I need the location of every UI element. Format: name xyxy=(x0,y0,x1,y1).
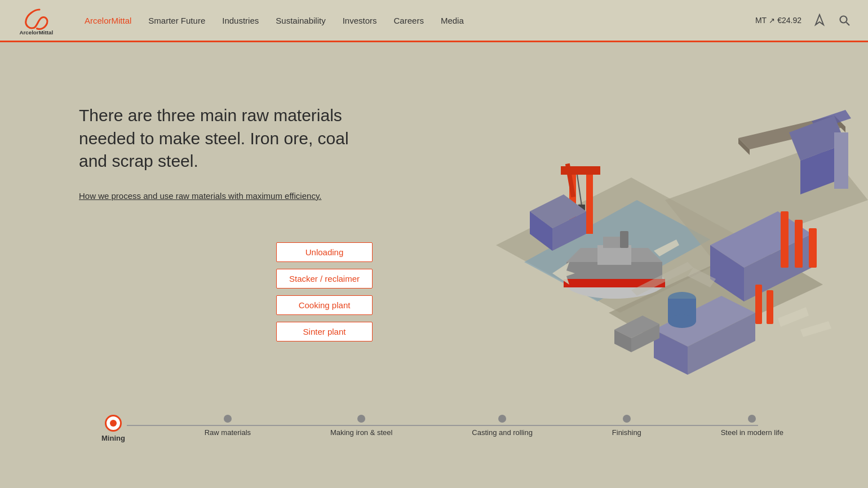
timeline-dot-mining xyxy=(105,415,122,432)
timeline-label-mining: Mining xyxy=(101,434,125,442)
text-section: There are three main raw materials neede… xyxy=(79,104,349,202)
timeline-dot-steel-modern-life xyxy=(748,415,756,423)
main-content: There are three main raw materials neede… xyxy=(0,42,868,488)
btn-stacker-reclaimer[interactable]: Stacker / reclaimer xyxy=(276,269,373,289)
timeline-dot-casting-rolling xyxy=(498,415,506,423)
timeline: Mining Raw materials Making iron & steel… xyxy=(101,415,783,460)
location-icon[interactable] xyxy=(813,14,826,27)
svg-rect-41 xyxy=(809,228,817,268)
stock-ticker: MT ↗ €24.92 xyxy=(755,16,801,25)
process-buttons: Unloading Stacker / reclaimer Cooking pl… xyxy=(276,242,373,341)
svg-rect-51 xyxy=(755,285,762,324)
timeline-item-mining[interactable]: Mining xyxy=(101,415,125,442)
svg-line-20 xyxy=(577,175,582,206)
stock-change-icon: ↗ xyxy=(769,16,775,25)
timeline-item-finishing[interactable]: Finishing xyxy=(612,415,641,442)
efficiency-link[interactable]: How we process and use raw materials wit… xyxy=(79,191,321,201)
timeline-label-steel-modern-life: Steel in modern life xyxy=(721,428,783,437)
timeline-dot-finishing xyxy=(623,415,631,423)
svg-marker-1 xyxy=(816,15,823,25)
nav-smarter-future[interactable]: Smarter Future xyxy=(148,16,205,25)
btn-cooking-plant[interactable]: Cooking plant xyxy=(276,295,373,315)
btn-unloading[interactable]: Unloading xyxy=(276,242,373,262)
svg-marker-34 xyxy=(778,307,809,327)
timeline-dot-raw-materials xyxy=(224,415,232,423)
illustration-area xyxy=(440,87,868,414)
timeline-item-steel-modern-life[interactable]: Steel in modern life xyxy=(721,415,783,442)
nav-careers[interactable]: Careers xyxy=(394,16,424,25)
main-nav: ArcelorMittal Smarter Future Industries … xyxy=(85,16,755,25)
brand-logo[interactable]: ArcelorMittal xyxy=(17,5,62,36)
nav-industries[interactable]: Industries xyxy=(222,16,259,25)
timeline-item-raw-materials[interactable]: Raw materials xyxy=(205,415,251,442)
timeline-item-casting-rolling[interactable]: Casting and rolling xyxy=(472,415,533,442)
stock-price: €24.92 xyxy=(777,16,801,25)
timeline-item-making-iron-steel[interactable]: Making iron & steel xyxy=(330,415,393,442)
timeline-label-making-iron-steel: Making iron & steel xyxy=(330,428,393,437)
nav-arcelormittal[interactable]: ArcelorMittal xyxy=(85,16,131,25)
site-header: ArcelorMittal ArcelorMittal Smarter Futu… xyxy=(0,0,868,42)
svg-rect-40 xyxy=(795,220,803,268)
svg-point-47 xyxy=(668,314,696,328)
timeline-label-casting-rolling: Casting and rolling xyxy=(472,428,533,437)
svg-point-2 xyxy=(840,16,847,23)
timeline-label-finishing: Finishing xyxy=(612,428,641,437)
svg-rect-15 xyxy=(834,132,848,189)
svg-rect-31 xyxy=(620,231,628,248)
nav-sustainability[interactable]: Sustainability xyxy=(276,16,325,25)
btn-sinter-plant[interactable]: Sinter plant xyxy=(276,322,373,341)
main-heading: There are three main raw materials neede… xyxy=(79,104,349,173)
svg-rect-52 xyxy=(767,290,773,324)
nav-investors[interactable]: Investors xyxy=(343,16,377,25)
svg-rect-17 xyxy=(586,166,593,234)
search-icon[interactable] xyxy=(838,14,851,27)
nav-media[interactable]: Media xyxy=(441,16,464,25)
logo-area[interactable]: ArcelorMittal xyxy=(17,5,62,36)
industrial-scene-svg xyxy=(440,87,868,414)
timeline-dot-making-iron-steel xyxy=(357,415,365,423)
stock-label: MT xyxy=(755,16,767,25)
svg-marker-55 xyxy=(800,321,831,337)
svg-text:ArcelorMittal: ArcelorMittal xyxy=(19,29,53,36)
svg-rect-39 xyxy=(781,211,789,268)
svg-line-3 xyxy=(847,23,850,26)
header-right: MT ↗ €24.92 xyxy=(755,14,851,27)
timeline-label-raw-materials: Raw materials xyxy=(205,428,251,437)
timeline-items: Mining Raw materials Making iron & steel… xyxy=(101,415,783,442)
svg-rect-29 xyxy=(597,245,631,265)
